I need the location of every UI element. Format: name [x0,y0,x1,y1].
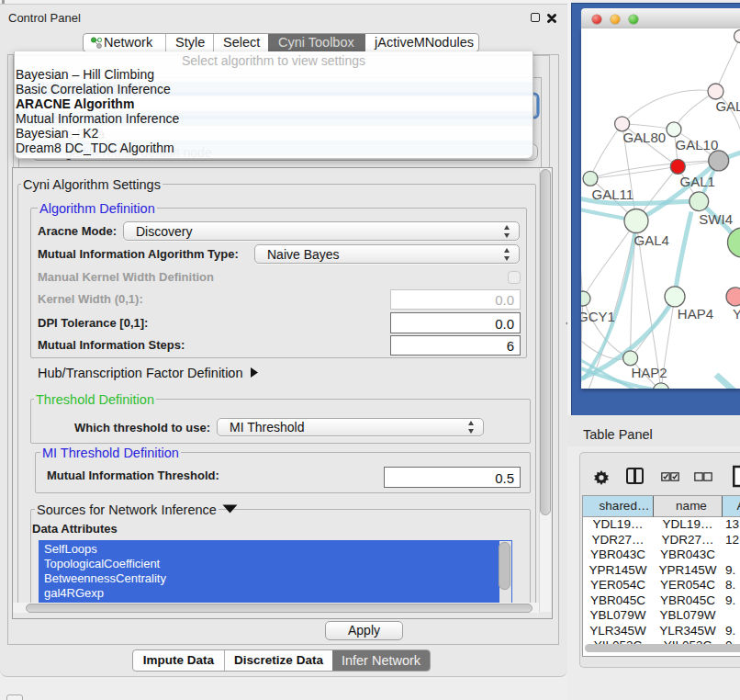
svg-text:GAL4: GAL4 [634,232,669,248]
svg-text:HAP2: HAP2 [631,365,667,380]
svg-text:SWI4: SWI4 [699,211,733,227]
svg-text:GAL1: GAL1 [680,174,715,189]
svg-text:YJ: YJ [733,306,740,322]
svg-text:GCY1: GCY1 [581,309,615,324]
svg-text:HAP4: HAP4 [678,306,713,322]
svg-text:GAL7: GAL7 [715,98,740,114]
svg-text:GAL10: GAL10 [676,137,719,152]
svg-text:GAL80: GAL80 [622,130,666,145]
svg-text:GAL11: GAL11 [592,186,634,202]
